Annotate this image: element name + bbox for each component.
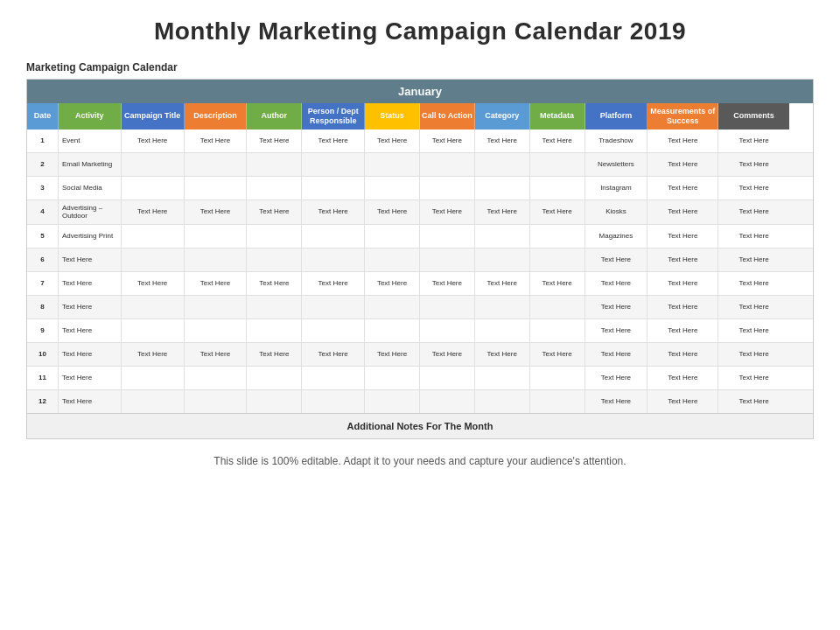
table-row: 9Text HereText HereText HereText Here bbox=[27, 319, 813, 343]
cell-measure: Text Here bbox=[648, 296, 718, 318]
cell-activity: Text Here bbox=[59, 248, 122, 271]
cell-person bbox=[302, 390, 365, 413]
col-description: Description bbox=[185, 103, 248, 130]
cell-comments: Text Here bbox=[718, 296, 789, 318]
cell-measure: Text Here bbox=[648, 367, 718, 389]
cell-cta: Text Here bbox=[420, 343, 475, 366]
cell-activity: Social Media bbox=[59, 177, 122, 200]
cell-author bbox=[247, 390, 302, 413]
cell-metadata bbox=[530, 225, 585, 248]
cell-desc bbox=[185, 367, 248, 389]
cell-status: Text Here bbox=[365, 272, 420, 295]
cell-campaign bbox=[122, 248, 185, 271]
cell-platform: Text Here bbox=[585, 390, 648, 413]
cell-activity: Text Here bbox=[59, 343, 122, 366]
cell-comments: Text Here bbox=[718, 225, 789, 248]
cell-campaign bbox=[122, 319, 185, 342]
col-activity: Activity bbox=[59, 103, 122, 130]
cell-campaign bbox=[122, 367, 185, 389]
col-campaign: Campaign Title bbox=[122, 103, 185, 130]
cell-person bbox=[302, 296, 365, 318]
cell-activity: Text Here bbox=[59, 319, 122, 342]
cell-metadata bbox=[530, 390, 585, 413]
cell-date: 1 bbox=[27, 130, 59, 152]
cell-activity: Advertising Print bbox=[59, 225, 122, 248]
cell-campaign: Text Here bbox=[122, 343, 185, 366]
cell-metadata bbox=[530, 296, 585, 318]
cell-status bbox=[365, 367, 420, 389]
main-title: Monthly Marketing Campaign Calendar 2019 bbox=[154, 18, 686, 46]
cell-campaign: Text Here bbox=[122, 272, 185, 295]
table-row: 11Text HereText HereText HereText Here bbox=[27, 367, 813, 390]
table-row: 1EventText HereText HereText HereText He… bbox=[27, 130, 813, 153]
cell-person bbox=[302, 225, 365, 248]
cell-person: Text Here bbox=[302, 343, 365, 366]
cell-status bbox=[365, 248, 420, 271]
cell-campaign: Text Here bbox=[122, 200, 185, 224]
page: Monthly Marketing Campaign Calendar 2019… bbox=[0, 0, 840, 630]
cell-campaign bbox=[122, 153, 185, 176]
cell-status bbox=[365, 390, 420, 413]
cell-date: 7 bbox=[27, 272, 59, 295]
cell-category bbox=[475, 296, 530, 318]
cell-comments: Text Here bbox=[718, 200, 789, 224]
cell-metadata bbox=[530, 319, 585, 342]
cell-cta bbox=[420, 225, 475, 248]
cell-category bbox=[475, 390, 530, 413]
table-row: 5Advertising PrintMagazinesText HereText… bbox=[27, 225, 813, 248]
cell-metadata bbox=[530, 177, 585, 200]
cell-metadata bbox=[530, 153, 585, 176]
cell-metadata: Text Here bbox=[530, 200, 585, 224]
cell-comments: Text Here bbox=[718, 319, 789, 342]
footer-text: This slide is 100% editable. Adapt it to… bbox=[214, 455, 626, 467]
table-row: 8Text HereText HereText HereText Here bbox=[27, 296, 813, 319]
cell-desc bbox=[185, 153, 248, 176]
cell-activity: Email Marketing bbox=[59, 153, 122, 176]
cell-comments: Text Here bbox=[718, 248, 789, 271]
cell-date: 3 bbox=[27, 177, 59, 200]
cell-measure: Text Here bbox=[648, 248, 718, 271]
cell-campaign: Text Here bbox=[122, 130, 185, 152]
cell-category bbox=[475, 177, 530, 200]
cell-date: 5 bbox=[27, 225, 59, 248]
cell-category: Text Here bbox=[475, 343, 530, 366]
cell-category: Text Here bbox=[475, 272, 530, 295]
cell-measure: Text Here bbox=[648, 177, 718, 200]
cell-status bbox=[365, 296, 420, 318]
cell-category bbox=[475, 248, 530, 271]
cell-comments: Text Here bbox=[718, 130, 789, 152]
table-row: 2Email MarketingNewslettersText HereText… bbox=[27, 153, 813, 177]
cell-metadata: Text Here bbox=[530, 343, 585, 366]
cell-author bbox=[247, 177, 302, 200]
cell-author bbox=[247, 225, 302, 248]
cell-activity: Text Here bbox=[59, 367, 122, 389]
cell-status bbox=[365, 225, 420, 248]
cell-measure: Text Here bbox=[648, 153, 718, 176]
cell-cta: Text Here bbox=[420, 200, 475, 224]
col-category: Category bbox=[475, 103, 530, 130]
cell-campaign bbox=[122, 296, 185, 318]
table-row: 3Social MediaInstagramText HereText Here bbox=[27, 177, 813, 200]
cell-cta: Text Here bbox=[420, 272, 475, 295]
cell-platform: Instagram bbox=[585, 177, 648, 200]
cell-metadata bbox=[530, 367, 585, 389]
cell-category bbox=[475, 367, 530, 389]
cell-cta bbox=[420, 390, 475, 413]
cell-activity: Text Here bbox=[59, 296, 122, 318]
col-comments: Comments bbox=[718, 103, 789, 130]
col-metadata: Metadata bbox=[530, 103, 585, 130]
month-header: January bbox=[27, 80, 813, 103]
cell-platform: Text Here bbox=[585, 296, 648, 318]
cell-platform: Text Here bbox=[585, 367, 648, 389]
cell-desc: Text Here bbox=[185, 343, 248, 366]
section-label: Marketing Campaign Calendar bbox=[26, 61, 178, 74]
cell-author bbox=[247, 319, 302, 342]
cell-person: Text Here bbox=[302, 272, 365, 295]
calendar-table: January Date Activity Campaign Title Des… bbox=[26, 79, 814, 439]
cell-comments: Text Here bbox=[718, 367, 789, 389]
cell-author: Text Here bbox=[247, 200, 302, 224]
cell-comments: Text Here bbox=[718, 343, 789, 366]
cell-cta bbox=[420, 177, 475, 200]
cell-measure: Text Here bbox=[648, 200, 718, 224]
cell-person: Text Here bbox=[302, 130, 365, 152]
